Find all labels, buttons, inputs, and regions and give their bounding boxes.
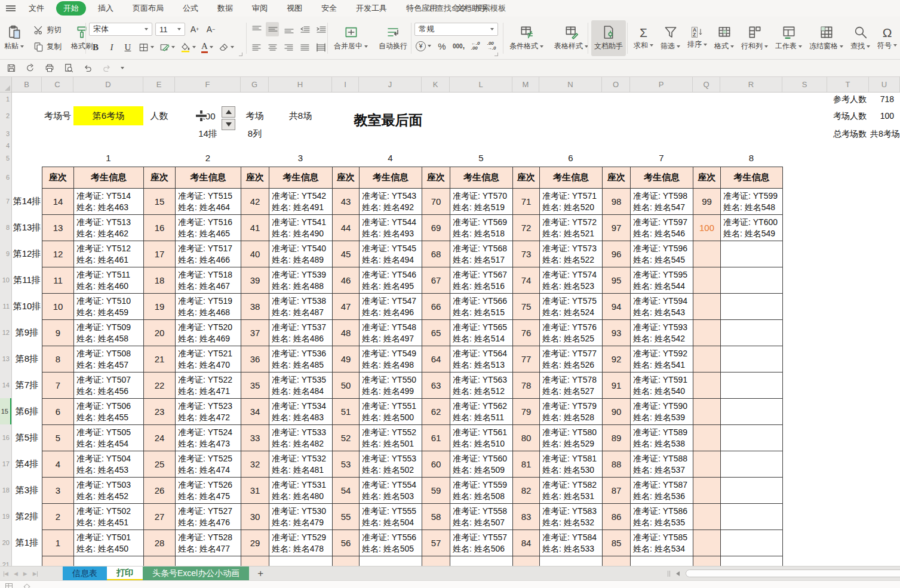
find-button[interactable]: 查找 [847, 20, 873, 56]
worksheet-button[interactable]: 工作表 [772, 20, 805, 56]
seat-cell[interactable]: 33 [241, 425, 269, 451]
row-header-20[interactable]: 20 [0, 529, 11, 556]
student-info-cell[interactable] [721, 320, 783, 346]
column-header-G[interactable]: G [241, 77, 269, 92]
seat-cell[interactable]: 8 [42, 346, 74, 372]
seat-cell[interactable]: 90 [603, 399, 631, 425]
student-info-cell[interactable]: 准考证: YT532姓名: 姓名481 [269, 451, 333, 478]
spinner-up-button[interactable] [222, 106, 235, 118]
student-info-cell[interactable]: 准考证: YT520姓名: 姓名469 [176, 320, 241, 346]
column-header-C[interactable]: C [42, 77, 73, 92]
align-bottom-button[interactable] [282, 22, 295, 36]
student-info-cell[interactable]: 准考证: YT544姓名: 姓名493 [360, 215, 422, 241]
menu-item-审阅[interactable]: 审阅 [245, 1, 275, 16]
student-info-cell[interactable] [721, 267, 783, 294]
student-info-cell[interactable]: 准考证: YT560姓名: 姓名509 [450, 451, 513, 478]
seat-cell[interactable]: 72 [513, 215, 540, 241]
row-header-12[interactable]: 12 [0, 319, 11, 346]
student-info-cell[interactable]: 准考证: YT551姓名: 姓名500 [360, 399, 422, 425]
italic-button[interactable]: I [105, 40, 118, 54]
row-label-第10排[interactable]: 第10排 [12, 293, 42, 319]
seat-cell[interactable]: 92 [603, 346, 631, 372]
row-label-第11排[interactable]: 第11排 [12, 267, 42, 293]
seat-cell[interactable]: 47 [333, 294, 360, 320]
print-button[interactable] [43, 61, 56, 75]
student-info-cell[interactable]: 准考证: YT525姓名: 姓名474 [176, 451, 241, 478]
row-label-第5排[interactable]: 第5排 [12, 424, 42, 451]
seat-cell[interactable]: 66 [422, 294, 450, 320]
symbol-button[interactable]: Ω 符号 [874, 20, 900, 56]
seat-cell[interactable]: 91 [603, 372, 631, 399]
seat-cell[interactable]: 43 [333, 189, 360, 215]
student-info-cell[interactable]: 准考证: YT564姓名: 姓名513 [450, 346, 513, 372]
seat-cell[interactable]: 7 [42, 372, 74, 399]
row-header-14[interactable]: 14 [0, 372, 11, 398]
row-header-10[interactable]: 10 [0, 267, 11, 293]
student-info-cell[interactable]: 准考证: YT600姓名: 姓名549 [721, 215, 783, 241]
distribute-button[interactable] [314, 40, 327, 54]
paste-button[interactable]: 粘贴 [1, 20, 27, 56]
student-info-cell[interactable]: 准考证: YT566姓名: 姓名515 [450, 294, 513, 320]
cell-room-label[interactable]: 考场 [241, 106, 269, 126]
save-button[interactable] [5, 61, 18, 75]
student-info-cell[interactable]: 准考证: YT515姓名: 姓名464 [176, 189, 241, 215]
row-label-第9排[interactable]: 第9排 [12, 319, 42, 346]
align-center-button[interactable] [266, 40, 279, 54]
student-info-cell[interactable]: 准考证: YT546姓名: 姓名495 [360, 267, 422, 294]
student-info-cell[interactable]: 准考证: YT563姓名: 姓名512 [450, 372, 513, 399]
student-info-cell[interactable]: 准考证: YT511姓名: 姓名460 [74, 267, 144, 294]
horizontal-scrollbar[interactable] [686, 569, 900, 577]
student-info-cell[interactable]: 准考证: YT531姓名: 姓名480 [269, 478, 333, 504]
student-info-cell[interactable]: 准考证: YT545姓名: 姓名494 [360, 241, 422, 267]
borders-button[interactable] [137, 40, 155, 54]
row-header-19[interactable]: 19 [0, 503, 11, 529]
seat-cell[interactable]: 55 [333, 504, 360, 530]
student-info-cell[interactable] [721, 399, 783, 425]
seat-cell[interactable]: 44 [333, 215, 360, 241]
student-info-cell[interactable]: 准考证: YT594姓名: 姓名543 [631, 294, 693, 320]
student-info-cell[interactable] [721, 451, 783, 478]
seat-cell[interactable]: 19 [144, 294, 176, 320]
student-info-cell[interactable] [450, 556, 513, 566]
seat-cell[interactable] [513, 556, 540, 566]
student-info-cell[interactable] [721, 346, 783, 372]
student-info-cell[interactable]: 准考证: YT587姓名: 姓名536 [631, 478, 693, 504]
seat-cell[interactable]: 48 [333, 320, 360, 346]
thousands-format-button[interactable]: 000, [451, 39, 466, 53]
column-header-F[interactable]: F [175, 77, 241, 92]
student-info-cell[interactable]: 准考证: YT591姓名: 姓名540 [631, 372, 693, 399]
seat-cell[interactable]: 81 [513, 451, 540, 478]
student-info-cell[interactable]: 准考证: YT543姓名: 姓名492 [360, 189, 422, 215]
seat-cell[interactable]: 28 [144, 530, 176, 556]
seat-cell[interactable]: 64 [422, 346, 450, 372]
student-info-cell[interactable]: 准考证: YT574姓名: 姓名523 [540, 267, 603, 294]
seat-cell[interactable]: 75 [513, 294, 540, 320]
student-info-cell[interactable] [721, 530, 783, 556]
student-info-cell[interactable]: 准考证: YT538姓名: 姓名487 [269, 294, 333, 320]
last-sheet-button[interactable]: ▶ [33, 571, 38, 577]
student-info-cell[interactable]: 准考证: YT519姓名: 姓名468 [176, 294, 241, 320]
seat-cell[interactable]: 5 [42, 425, 74, 451]
seat-cell[interactable]: 82 [513, 478, 540, 504]
student-info-cell[interactable]: 准考证: YT550姓名: 姓名499 [360, 372, 422, 399]
seat-cell[interactable]: 22 [144, 372, 176, 399]
seat-cell[interactable] [693, 267, 721, 294]
row-header-11[interactable]: 11 [0, 293, 11, 319]
student-info-cell[interactable]: 准考证: YT567姓名: 姓名516 [450, 267, 513, 294]
row-label-第12排[interactable]: 第12排 [12, 241, 42, 267]
decrease-indent-button[interactable] [298, 22, 311, 36]
student-info-cell[interactable]: 准考证: YT579姓名: 姓名528 [540, 399, 603, 425]
add-sheet-button[interactable]: + [249, 567, 272, 581]
column-header-R[interactable]: R [720, 77, 782, 92]
student-info-cell[interactable]: 准考证: YT571姓名: 姓名520 [540, 189, 603, 215]
student-info-cell[interactable]: 准考证: YT593姓名: 姓名542 [631, 320, 693, 346]
row-header-7[interactable]: 7 [0, 188, 11, 214]
seat-cell[interactable]: 67 [422, 267, 450, 294]
seat-cell[interactable]: 99 [693, 189, 721, 215]
sheet-tab-打印[interactable]: 打印 [107, 567, 143, 581]
seat-cell[interactable]: 62 [422, 399, 450, 425]
conditional-format-button[interactable]: 条件格式 [506, 20, 546, 56]
seat-cell[interactable]: 73 [513, 241, 540, 267]
row-label-第3排[interactable]: 第3排 [12, 477, 42, 503]
font-size-select[interactable]: 11 [155, 23, 185, 36]
